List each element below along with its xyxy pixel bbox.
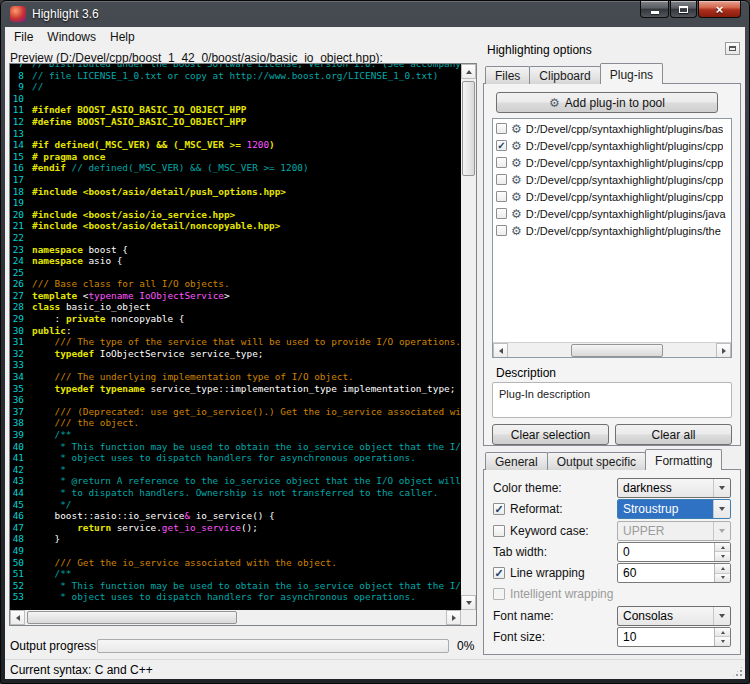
add-plugin-button[interactable]: ⚙ Add plug-in to pool bbox=[496, 92, 718, 113]
menu-item-file[interactable]: File bbox=[7, 27, 40, 47]
font-size-label: Font size: bbox=[493, 630, 545, 644]
font-size-spinner[interactable]: 10 bbox=[617, 627, 731, 647]
code-line: 42 * bbox=[10, 464, 461, 476]
menu-item-help[interactable]: Help bbox=[103, 27, 142, 47]
vertical-scroll-thumb[interactable] bbox=[462, 81, 475, 176]
code-line: 10 bbox=[10, 93, 461, 105]
minimize-icon bbox=[651, 11, 659, 14]
dropdown-button[interactable] bbox=[713, 479, 730, 497]
plugin-checkbox[interactable] bbox=[496, 208, 507, 219]
plugin-checkbox[interactable] bbox=[496, 191, 507, 202]
code-line: 37 /// (Deprecated: use get_io_service()… bbox=[10, 406, 461, 418]
code-editor[interactable]: 7// Distributed under the Boost Software… bbox=[9, 63, 477, 626]
plugin-list-item[interactable]: ✓⚙D:/Devel/cpp/syntaxhighlight/plugins/c… bbox=[493, 137, 731, 154]
plugin-list-horizontal-scrollbar[interactable] bbox=[493, 342, 731, 357]
horizontal-scroll-thumb[interactable] bbox=[571, 344, 663, 357]
plugin-checkbox[interactable] bbox=[496, 174, 507, 185]
gear-icon: ⚙ bbox=[511, 157, 522, 169]
plugin-list[interactable]: ⚙D:/Devel/cpp/syntaxhighlight/plugins/ba… bbox=[492, 118, 732, 358]
dropdown-button[interactable] bbox=[713, 607, 730, 625]
code-line: 31 /// The type of the service that will… bbox=[10, 336, 461, 348]
plugin-checkbox[interactable]: ✓ bbox=[496, 140, 507, 151]
code-line: 16#endif // defined(_MSC_VER) && (_MSC_V… bbox=[10, 162, 461, 174]
plugin-list-item[interactable]: ⚙D:/Devel/cpp/syntaxhighlight/plugins/th… bbox=[493, 222, 731, 239]
plugins-tab-page: ⚙ Add plug-in to pool ⚙D:/Devel/cpp/synt… bbox=[483, 83, 741, 446]
maximize-button[interactable] bbox=[670, 1, 697, 18]
spinner-down-button[interactable] bbox=[715, 574, 730, 583]
code-area[interactable]: 7// Distributed under the Boost Software… bbox=[10, 64, 461, 610]
plugin-list-item[interactable]: ⚙D:/Devel/cpp/syntaxhighlight/plugins/cp… bbox=[493, 154, 731, 171]
scroll-left-button[interactable] bbox=[493, 343, 508, 358]
dock-header[interactable]: Highlighting options bbox=[483, 41, 743, 59]
plugin-list-item[interactable]: ⚙D:/Devel/cpp/syntaxhighlight/plugins/ba… bbox=[493, 120, 731, 137]
scroll-down-button[interactable] bbox=[461, 595, 476, 610]
plugin-checkbox[interactable] bbox=[496, 225, 507, 236]
chevron-down-icon bbox=[719, 486, 725, 490]
menu-item-windows[interactable]: Windows bbox=[40, 27, 103, 47]
plugin-checkbox[interactable] bbox=[496, 157, 507, 168]
plugin-list-item[interactable]: ⚙D:/Devel/cpp/syntaxhighlight/plugins/cp… bbox=[493, 171, 731, 188]
add-plugin-button-label: Add plug-in to pool bbox=[565, 96, 665, 110]
plugin-path-label: D:/Devel/cpp/syntaxhighlight/plugins/cpp bbox=[526, 157, 724, 169]
chevron-down-icon bbox=[719, 529, 725, 533]
scroll-up-button[interactable] bbox=[461, 64, 476, 79]
tab-output-specific[interactable]: Output specific bbox=[547, 452, 646, 470]
editor-horizontal-scrollbar[interactable] bbox=[10, 610, 461, 625]
spinner-down-button[interactable] bbox=[715, 637, 730, 646]
code-line: 34 /// The underlying implementation typ… bbox=[10, 371, 461, 383]
code-line: 13 bbox=[10, 128, 461, 140]
gear-icon: ⚙ bbox=[511, 140, 522, 152]
arrow-right-icon bbox=[452, 615, 456, 621]
spinner-down-button[interactable] bbox=[715, 552, 730, 561]
arrow-down-icon bbox=[721, 576, 725, 579]
clear-all-button[interactable]: Clear all bbox=[615, 424, 732, 445]
color-theme-row: Color theme: darkness bbox=[493, 478, 731, 498]
formatting-tab-page: Color theme: darkness ✓ Reformat: Strous… bbox=[483, 469, 741, 655]
status-text: Current syntax: C and C++ bbox=[10, 663, 153, 677]
code-line: 22 bbox=[10, 232, 461, 244]
code-line: 40 * This function may be used to obtain… bbox=[10, 441, 461, 453]
gear-icon: ⚙ bbox=[511, 191, 522, 203]
titlebar[interactable]: Highlight 3.6 × bbox=[1, 1, 749, 27]
plugin-list-item[interactable]: ⚙D:/Devel/cpp/syntaxhighlight/plugins/cp… bbox=[493, 188, 731, 205]
line-wrapping-checkbox[interactable]: ✓ bbox=[493, 567, 505, 579]
tab-files[interactable]: Files bbox=[485, 66, 530, 84]
minimize-button[interactable] bbox=[640, 1, 669, 18]
tab-clipboard[interactable]: Clipboard bbox=[529, 66, 600, 84]
resize-grip[interactable] bbox=[731, 665, 744, 678]
scroll-left-button[interactable] bbox=[10, 610, 25, 625]
spinner-up-button[interactable] bbox=[715, 543, 730, 553]
editor-vertical-scrollbar[interactable] bbox=[461, 64, 476, 610]
code-line: 46 boost::asio::io_service& io_service()… bbox=[10, 510, 461, 522]
plugin-list-item[interactable]: ⚙D:/Devel/cpp/syntaxhighlight/plugins/ja… bbox=[493, 205, 731, 222]
font-name-select[interactable]: Consolas bbox=[617, 606, 731, 626]
plugin-checkbox[interactable] bbox=[496, 123, 507, 134]
code-line: 41 * object uses to dispatch handlers fo… bbox=[10, 452, 461, 464]
plugin-path-label: D:/Devel/cpp/syntaxhighlight/plugins/bas bbox=[526, 123, 724, 135]
reformat-checkbox[interactable]: ✓ bbox=[493, 503, 505, 515]
clear-selection-button[interactable]: Clear selection bbox=[492, 424, 609, 445]
app-window: Highlight 3.6 × FileWindowsHelp Preview … bbox=[0, 0, 750, 684]
color-theme-select[interactable]: darkness bbox=[617, 478, 731, 498]
close-button[interactable]: × bbox=[698, 1, 741, 18]
dropdown-button[interactable] bbox=[713, 500, 730, 518]
gear-icon: ⚙ bbox=[511, 225, 522, 237]
scroll-right-button[interactable] bbox=[716, 343, 731, 358]
tab-formatting[interactable]: Formatting bbox=[645, 449, 722, 470]
spinner-up-button[interactable] bbox=[715, 564, 730, 574]
tab-width-spinner[interactable]: 0 bbox=[617, 542, 731, 562]
spinner-up-button[interactable] bbox=[715, 628, 730, 638]
close-icon: × bbox=[716, 3, 724, 16]
reformat-style-select[interactable]: Stroustrup bbox=[617, 499, 731, 519]
scroll-right-button[interactable] bbox=[446, 610, 461, 625]
window-title: Highlight 3.6 bbox=[32, 7, 99, 21]
horizontal-scroll-thumb[interactable] bbox=[27, 611, 237, 624]
code-line: 15# pragma once bbox=[10, 151, 461, 163]
keyword-case-checkbox[interactable] bbox=[493, 525, 505, 537]
line-wrapping-spinner[interactable]: 60 bbox=[617, 563, 731, 583]
statusbar: Current syntax: C and C++ bbox=[5, 659, 745, 679]
tab-plug-ins[interactable]: Plug-ins bbox=[600, 63, 663, 84]
tab-general[interactable]: General bbox=[485, 452, 548, 470]
dock-float-button[interactable] bbox=[725, 42, 740, 55]
arrow-up-icon bbox=[721, 631, 725, 634]
